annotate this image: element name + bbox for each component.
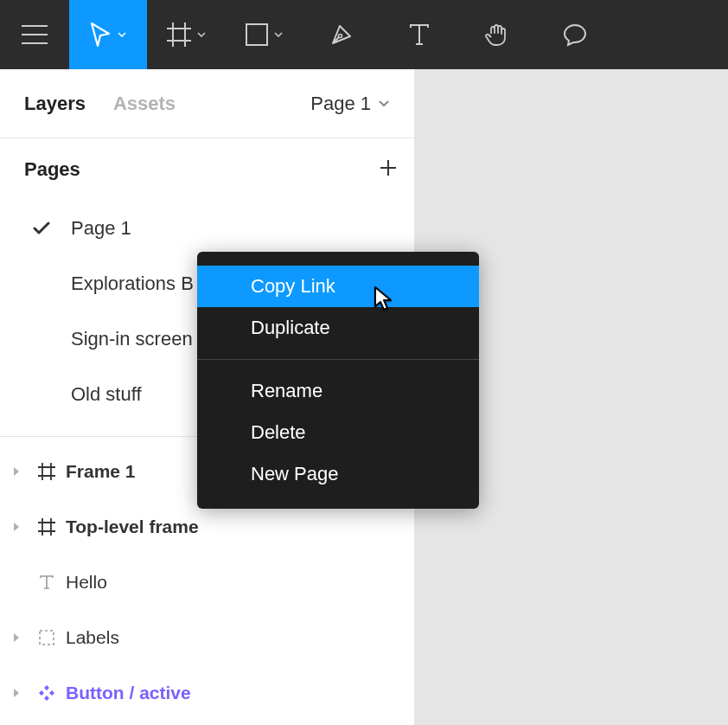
context-item-delete[interactable]: Delete [197, 412, 479, 453]
move-tool-button[interactable] [69, 0, 147, 69]
main-menu-button[interactable] [0, 0, 69, 69]
caret-right-icon [12, 522, 21, 532]
add-page-button[interactable] [378, 157, 399, 182]
plus-icon [378, 157, 399, 178]
component-icon [37, 683, 56, 703]
context-menu-separator [197, 359, 479, 360]
frame-icon [37, 462, 56, 481]
page-label: Explorations B [71, 273, 194, 295]
shape-tool-button[interactable] [225, 0, 303, 69]
pen-tool-button[interactable] [303, 0, 380, 69]
text-tool-button[interactable] [380, 0, 458, 69]
frame-icon [37, 517, 56, 536]
frame-icon [166, 22, 192, 48]
hamburger-icon [22, 25, 48, 44]
mouse-cursor [374, 286, 396, 317]
rectangle-icon [245, 22, 269, 47]
layer-label: Hello [66, 572, 107, 593]
layer-label: Frame 1 [66, 461, 136, 482]
panel-tabs: Layers Assets Page 1 [0, 69, 414, 138]
hand-tool-button[interactable] [458, 0, 536, 69]
pen-icon [329, 22, 354, 48]
svg-point-1 [339, 35, 342, 38]
group-icon [38, 629, 55, 646]
toolbar [0, 0, 728, 69]
caret-right-icon [12, 632, 21, 643]
tab-assets[interactable]: Assets [113, 93, 176, 115]
context-item-copy-link[interactable]: Copy Link [197, 266, 479, 307]
context-item-duplicate[interactable]: Duplicate [197, 307, 479, 349]
context-item-new-page[interactable]: New Page [197, 453, 479, 495]
chevron-down-icon [378, 99, 390, 107]
page-selector-label: Page 1 [310, 93, 371, 115]
context-item-rename[interactable]: Rename [197, 370, 479, 412]
layer-label: Button / active [66, 683, 191, 703]
layer-label: Top-level frame [66, 516, 199, 537]
text-icon [407, 22, 431, 47]
cursor-icon [90, 22, 112, 48]
page-label: Page 1 [71, 217, 131, 240]
comment-icon [562, 22, 588, 48]
svg-rect-2 [40, 631, 54, 645]
caret-right-icon [12, 688, 21, 698]
check-icon [33, 221, 50, 235]
pages-title: Pages [24, 158, 80, 181]
page-item[interactable]: Page 1 [0, 201, 414, 256]
tab-layers[interactable]: Layers [24, 93, 86, 115]
hand-icon [484, 22, 510, 48]
layer-item-text[interactable]: Hello [0, 555, 414, 610]
page-label: Old stuff [71, 383, 142, 406]
chevron-down-icon [274, 32, 283, 37]
cursor-pointer-icon [374, 286, 396, 313]
page-label: Sign-in screen [71, 328, 193, 350]
chevron-down-icon [118, 32, 126, 37]
svg-rect-0 [246, 24, 267, 45]
comment-tool-button[interactable] [536, 0, 614, 69]
caret-right-icon [12, 466, 21, 477]
layer-item-group[interactable]: Labels [0, 610, 414, 665]
layer-item-component[interactable]: Button / active [0, 665, 414, 721]
chevron-down-icon [197, 32, 206, 37]
layer-label: Labels [66, 627, 119, 648]
frame-tool-button[interactable] [147, 0, 225, 69]
page-selector[interactable]: Page 1 [310, 93, 390, 115]
text-icon [38, 574, 55, 591]
page-context-menu: Copy Link Duplicate Rename Delete New Pa… [197, 252, 479, 509]
pages-section-header: Pages [0, 138, 414, 201]
